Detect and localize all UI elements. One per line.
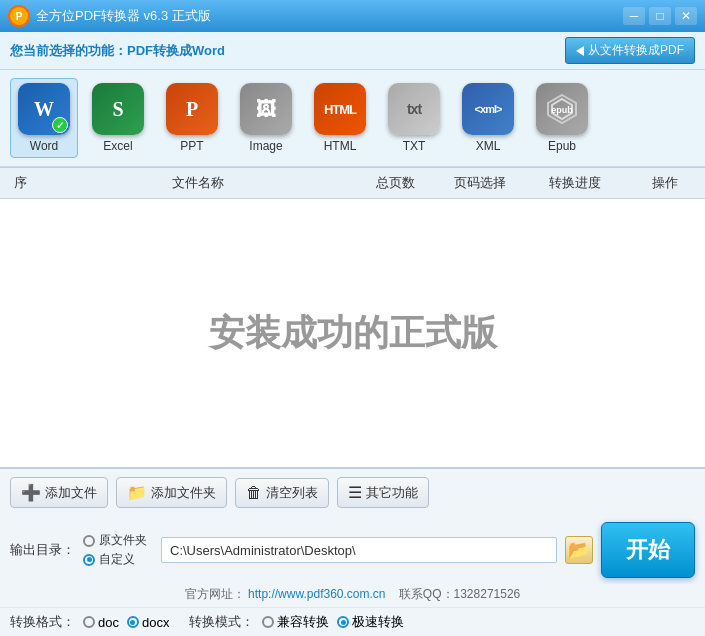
image-label: Image xyxy=(249,139,282,153)
website-row: 官方网址： http://www.pdf360.com.cn 联系QQ：1328… xyxy=(0,584,705,607)
excel-icon-box: S xyxy=(92,83,144,135)
col-filename: 文件名称 xyxy=(40,174,355,192)
top-bar: 您当前选择的功能：PDF转换成Word 从文件转换成PDF xyxy=(0,32,705,70)
txt-label: TXT xyxy=(403,139,426,153)
epub-svg-icon: epub xyxy=(544,91,580,127)
app-title: 全方位PDF转换器 v6.3 正式版 xyxy=(36,7,623,25)
radio-docx-circle xyxy=(127,616,139,628)
col-progress: 转换进度 xyxy=(525,174,625,192)
format-item-ppt[interactable]: P PPT xyxy=(158,79,226,157)
main-window: 您当前选择的功能：PDF转换成Word 从文件转换成PDF W ✓ Word S… xyxy=(0,32,705,636)
add-folder-button[interactable]: 📁 添加文件夹 xyxy=(116,477,227,508)
image-icon-box: 🖼 xyxy=(240,83,292,135)
format-type-group: 转换格式： doc docx xyxy=(10,613,169,631)
bottom-toolbar: ➕ 添加文件 📁 添加文件夹 🗑 清空列表 ☰ 其它功能 xyxy=(0,468,705,516)
arrow-icon xyxy=(576,46,584,56)
maximize-button[interactable]: □ xyxy=(649,7,671,25)
clear-list-button[interactable]: 🗑 清空列表 xyxy=(235,478,329,508)
radio-original-circle xyxy=(83,535,95,547)
format-item-xml[interactable]: <xml> XML xyxy=(454,79,522,157)
start-button[interactable]: 开始 xyxy=(601,522,695,578)
output-dir-label: 输出目录： xyxy=(10,541,75,559)
radio-custom-circle xyxy=(83,554,95,566)
xml-icon-box: <xml> xyxy=(462,83,514,135)
svg-text:epub: epub xyxy=(551,105,573,115)
radio-compatible[interactable]: 兼容转换 xyxy=(262,613,329,631)
ppt-label: PPT xyxy=(180,139,203,153)
current-function-label: 您当前选择的功能：PDF转换成Word xyxy=(10,42,225,60)
convert-mode-label: 转换模式： xyxy=(189,613,254,631)
output-path-input[interactable] xyxy=(161,537,557,563)
html-icon-box: HTML xyxy=(314,83,366,135)
format-item-txt[interactable]: txt TXT xyxy=(380,79,448,157)
convert-mode-group: 转换模式： 兼容转换 极速转换 xyxy=(189,613,404,631)
table-body: 安装成功的正式版 xyxy=(0,199,705,467)
minimize-button[interactable]: ─ xyxy=(623,7,645,25)
format-options-row: 转换格式： doc docx 转换模式： 兼容转换 极速转换 xyxy=(0,607,705,636)
empty-message: 安装成功的正式版 xyxy=(209,309,497,358)
title-bar: P 全方位PDF转换器 v6.3 正式版 ─ □ ✕ xyxy=(0,0,705,32)
output-dir-row: 输出目录： 原文件夹 自定义 📂 开始 xyxy=(0,516,705,584)
radio-fast-circle xyxy=(337,616,349,628)
epub-label: Epub xyxy=(548,139,576,153)
ppt-icon-box: P xyxy=(166,83,218,135)
radio-fast[interactable]: 极速转换 xyxy=(337,613,404,631)
format-item-excel[interactable]: S Excel xyxy=(84,79,152,157)
word-label: Word xyxy=(30,139,58,153)
col-action: 操作 xyxy=(625,174,705,192)
window-controls: ─ □ ✕ xyxy=(623,7,697,25)
file-table-section: 序 文件名称 总页数 页码选择 转换进度 操作 安装成功的正式版 xyxy=(0,167,705,468)
col-page-select: 页码选择 xyxy=(435,174,525,192)
radio-doc[interactable]: doc xyxy=(83,615,119,630)
selected-format-label: PDF转换成Word xyxy=(127,43,225,58)
radio-docx[interactable]: docx xyxy=(127,615,169,630)
table-header: 序 文件名称 总页数 页码选择 转换进度 操作 xyxy=(0,168,705,199)
format-item-epub[interactable]: epub Epub xyxy=(528,79,596,157)
radio-compatible-circle xyxy=(262,616,274,628)
format-item-word[interactable]: W ✓ Word xyxy=(10,78,78,158)
col-pages: 总页数 xyxy=(355,174,435,192)
radio-custom[interactable]: 自定义 xyxy=(83,551,147,568)
xml-label: XML xyxy=(476,139,501,153)
folder-icon: 📂 xyxy=(568,539,590,561)
col-seq: 序 xyxy=(0,174,40,192)
browse-folder-button[interactable]: 📂 xyxy=(565,536,593,564)
convert-from-file-button[interactable]: 从文件转换成PDF xyxy=(565,37,695,64)
app-logo: P xyxy=(8,5,30,27)
selected-checkmark: ✓ xyxy=(52,117,68,133)
menu-icon: ☰ xyxy=(348,483,362,502)
radio-original-folder[interactable]: 原文件夹 xyxy=(83,532,147,549)
close-button[interactable]: ✕ xyxy=(675,7,697,25)
txt-icon-box: txt xyxy=(388,83,440,135)
radio-doc-circle xyxy=(83,616,95,628)
trash-icon: 🗑 xyxy=(246,484,262,502)
svg-text:P: P xyxy=(16,11,23,22)
add-folder-icon: 📁 xyxy=(127,483,147,502)
other-function-button[interactable]: ☰ 其它功能 xyxy=(337,477,429,508)
epub-icon-box: epub xyxy=(536,83,588,135)
radio-group: 原文件夹 自定义 xyxy=(83,532,147,568)
format-type-label: 转换格式： xyxy=(10,613,75,631)
format-icons-row: W ✓ Word S Excel P PPT 🖼 Image HTML xyxy=(0,70,705,167)
website-link[interactable]: http://www.pdf360.com.cn xyxy=(248,587,385,601)
format-item-html[interactable]: HTML HTML xyxy=(306,79,374,157)
add-file-button[interactable]: ➕ 添加文件 xyxy=(10,477,108,508)
format-item-image[interactable]: 🖼 Image xyxy=(232,79,300,157)
html-label: HTML xyxy=(324,139,357,153)
word-icon-box: W ✓ xyxy=(18,83,70,135)
add-file-icon: ➕ xyxy=(21,483,41,502)
excel-label: Excel xyxy=(103,139,132,153)
